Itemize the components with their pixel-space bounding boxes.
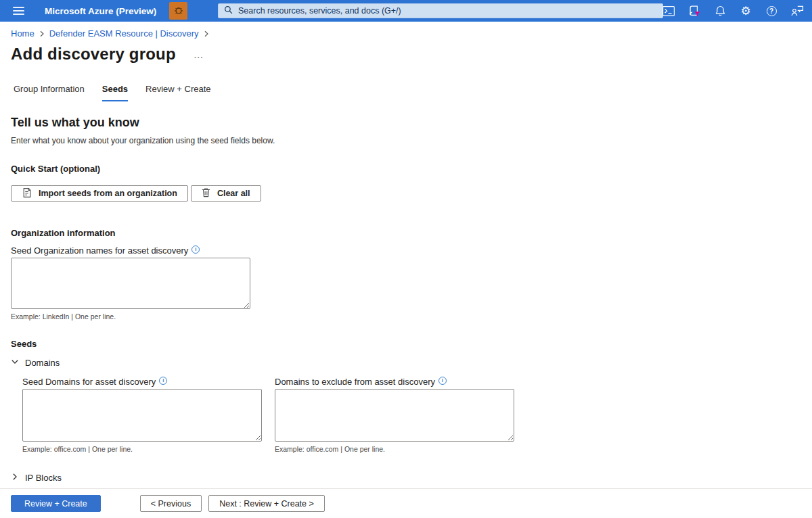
clear-all-label: Clear all	[217, 189, 250, 198]
seed-domains-label: Seed Domains for asset discovery	[22, 377, 156, 387]
breadcrumb-resource-link[interactable]: Defender EASM Resource | Discovery	[49, 28, 199, 39]
chevron-right-icon	[204, 30, 209, 37]
seed-organization-label: Seed Organization names for asset discov…	[11, 245, 188, 256]
exclude-domains-label: Domains to exclude from asset discovery	[275, 377, 435, 387]
organization-info-title: Organization information	[11, 228, 812, 238]
section-heading: Tell us what you know	[11, 116, 812, 130]
quick-start-title: Quick Start (optional)	[11, 164, 812, 174]
next-review-create-button[interactable]: Next : Review + Create >	[208, 495, 325, 512]
import-seeds-button[interactable]: Import seeds from an organization	[11, 185, 188, 202]
directory-filter-icon[interactable]	[687, 4, 701, 18]
notifications-bell-icon[interactable]	[713, 4, 727, 18]
seeds-title: Seeds	[11, 339, 812, 349]
cloud-shell-icon[interactable]	[662, 4, 675, 18]
exclude-domains-textarea[interactable]	[275, 389, 514, 442]
breadcrumb-home-link[interactable]: Home	[11, 28, 35, 39]
azure-portal-title: Microsoft Azure (Preview)	[45, 6, 156, 16]
global-search[interactable]	[218, 3, 663, 18]
settings-gear-icon[interactable]: ⚙	[739, 4, 752, 18]
tab-review-create[interactable]: Review + Create	[145, 84, 210, 101]
feedback-icon[interactable]	[790, 4, 804, 18]
seed-organization-textarea[interactable]	[11, 258, 250, 309]
azure-top-bar: Microsoft Azure (Preview)	[0, 0, 812, 22]
chevron-right-icon	[39, 30, 45, 37]
chevron-right-icon	[11, 473, 19, 483]
more-options-icon[interactable]: …	[194, 49, 204, 60]
bug-preview-badge[interactable]	[169, 2, 187, 20]
info-icon[interactable]: i	[191, 245, 200, 254]
help-icon[interactable]: ?	[765, 4, 778, 18]
info-icon[interactable]: i	[159, 377, 167, 385]
topbar-icon-group: ⚙ ?	[662, 0, 804, 22]
import-document-icon	[22, 187, 32, 200]
hamburger-menu-icon[interactable]	[0, 0, 37, 22]
previous-button[interactable]: < Previous	[140, 495, 202, 512]
wizard-footer: Review + Create < Previous Next : Review…	[0, 488, 812, 518]
domains-section-label: Domains	[25, 358, 60, 368]
bug-icon	[173, 5, 184, 18]
exclude-domains-example-text: Example: office.com | One per line.	[275, 445, 514, 453]
form-tabs: Group Information Seeds Review + Create	[14, 84, 812, 101]
organization-example-text: Example: LinkedIn | One per line.	[11, 312, 812, 321]
seed-domains-textarea[interactable]	[22, 389, 262, 442]
page-title: Add discovery group	[11, 45, 176, 64]
section-subheading: Enter what you know about your organizat…	[11, 136, 812, 145]
ip-blocks-section-toggle[interactable]: IP Blocks	[11, 473, 812, 483]
clear-all-button[interactable]: Clear all	[191, 185, 261, 202]
tab-seeds[interactable]: Seeds	[102, 84, 128, 101]
search-icon	[224, 5, 233, 16]
info-icon[interactable]: i	[438, 377, 447, 385]
seed-domains-example-text: Example: office.com | One per line.	[22, 445, 262, 453]
import-seeds-label: Import seeds from an organization	[39, 189, 177, 198]
review-create-button[interactable]: Review + Create	[11, 495, 101, 512]
ip-blocks-section-label: IP Blocks	[25, 473, 62, 483]
chevron-down-icon	[11, 358, 19, 368]
breadcrumb: Home Defender EASM Resource | Discovery	[0, 22, 812, 39]
domains-section-toggle[interactable]: Domains	[11, 358, 812, 368]
search-input[interactable]	[238, 6, 657, 16]
trash-icon	[202, 187, 210, 199]
tab-group-information[interactable]: Group Information	[14, 84, 85, 101]
